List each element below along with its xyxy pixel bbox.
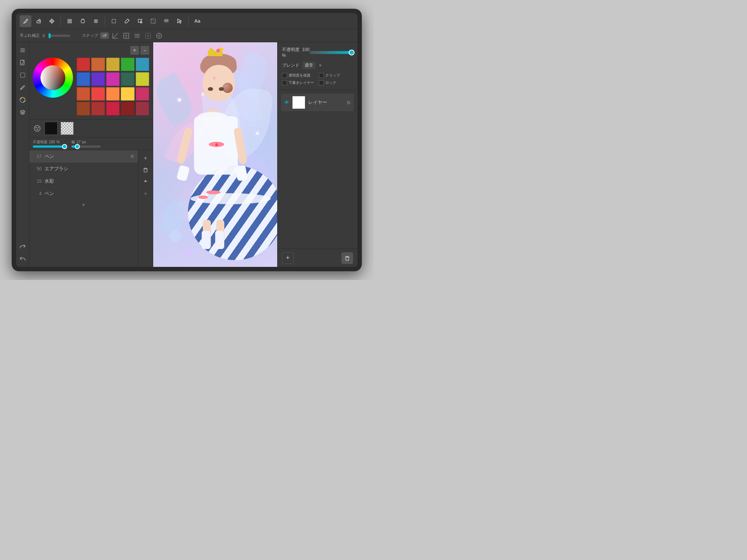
swatch-9[interactable] [136,72,149,86]
tool-bucket[interactable] [77,15,89,27]
tool-lasso[interactable] [147,15,159,27]
swatch-4[interactable] [136,58,149,71]
protect-alpha-checkbox[interactable] [282,73,287,78]
width-track[interactable] [71,145,101,148]
canvas-area[interactable] [153,42,277,267]
main-area: + − [16,42,357,267]
opacity-track[interactable] [33,145,66,148]
swatch-19[interactable] [136,102,149,115]
brush-item-3[interactable]: 4 ペン [29,187,138,200]
right-panel-bottom: + [278,249,357,267]
tool-selection[interactable] [108,15,120,27]
tool-fill[interactable] [64,15,76,27]
brush-width-label: 幅 [71,140,75,145]
swatch-1[interactable] [91,58,105,71]
sidebar-menu[interactable] [18,45,28,55]
swatch-0[interactable] [77,58,90,71]
sidebar-color[interactable] [18,95,28,105]
brush-gear-0[interactable]: ⚙ [130,154,134,159]
lock-row[interactable]: ロック [319,80,353,85]
right-panel-top: 不透明度 100 % ブレンド 通常 ▼ [278,42,357,90]
brush-opacity-label: 不透明度 [33,140,47,145]
swatch-11[interactable] [91,87,105,101]
brush-number-1: 50 [33,166,42,171]
layer-thumbnail [292,96,305,109]
snap-diagonal-icon[interactable] [111,31,120,40]
color-tools-row [29,120,153,137]
tool-eraser[interactable] [33,15,44,27]
opacity-slider-group: 不透明度 100 % [33,140,66,148]
layer-eye-icon[interactable]: 👁 [284,100,289,105]
tool-eyedropper[interactable] [121,15,133,27]
swatch-17[interactable] [106,102,120,115]
layer-name: レイヤー [308,99,344,106]
snap-cross-icon[interactable] [144,31,152,40]
brush-down-btn[interactable] [140,188,151,198]
svg-rect-8 [164,22,169,22]
swatch-3[interactable] [121,58,134,71]
layer-item-0[interactable]: 👁 レイヤー ⚙ [281,94,354,111]
tool-pen[interactable] [20,15,31,27]
delete-layer-button[interactable] [341,252,353,264]
tool-text[interactable]: Aa [191,15,203,27]
tool-cursor[interactable] [174,15,185,27]
snap-grid-icon[interactable] [122,31,131,40]
stabilizer-slider[interactable] [49,35,70,37]
brush-item-2[interactable]: 15 水彩 [29,175,138,187]
blend-mode-value[interactable]: 通常 [302,62,316,69]
swatch-16[interactable] [91,102,105,115]
brush-add-btn[interactable]: + [140,153,151,163]
layer-gear-icon[interactable]: ⚙ [347,100,351,105]
color-add-btn[interactable]: + [130,46,139,55]
tool-gray[interactable] [90,15,102,27]
brush-delete-btn[interactable] [140,165,151,175]
snap-toggle[interactable]: off [100,32,109,39]
swatch-6[interactable] [91,72,105,86]
add-layer-button[interactable]: + [282,252,294,264]
lock-checkbox[interactable] [319,80,324,85]
brush-up-btn[interactable] [140,176,151,187]
swatch-13[interactable] [121,87,134,101]
foreground-color[interactable] [44,122,58,135]
sidebar-brush[interactable] [18,82,28,93]
sidebar-select[interactable] [18,70,28,80]
swatch-15[interactable] [77,102,90,115]
clip-checkbox[interactable] [319,73,324,78]
tool-move[interactable] [46,15,58,27]
background-color[interactable] [61,122,74,135]
swatch-14[interactable] [136,87,149,101]
sketch-layer-row[interactable]: 下書きレイヤー [282,80,317,85]
swatch-7[interactable] [106,72,120,86]
swatch-2[interactable] [106,58,120,71]
snap-parallel-icon[interactable] [133,31,142,40]
svg-rect-20 [146,33,151,38]
scroll-hint: ▼ [29,200,138,210]
brush-item-0[interactable]: 17 ペン ⚙ [29,150,138,163]
swatch-8[interactable] [121,72,134,86]
swatch-10[interactable] [77,87,90,101]
swatch-12[interactable] [106,87,120,101]
sidebar-new[interactable] [18,58,28,68]
bow-skirt [206,190,220,194]
sidebar-layers[interactable] [18,107,28,117]
protect-alpha-row[interactable]: 透明度を保護 [282,73,317,78]
sketch-layer-checkbox[interactable] [282,80,287,85]
swatch-5[interactable] [77,72,90,86]
color-palette-icon[interactable] [33,124,42,133]
color-section: + − [29,42,153,120]
tool-transform[interactable] [134,15,146,27]
sv-square[interactable] [40,65,65,90]
layer-opacity-track[interactable] [310,51,353,54]
sidebar-undo[interactable] [18,254,28,264]
swatch-18[interactable] [121,102,134,115]
brush-item-1[interactable]: 50 エアブラシ [29,163,138,175]
sidebar-redo[interactable] [18,241,28,252]
clip-row[interactable]: クリップ [319,73,353,78]
color-wheel[interactable] [33,58,73,98]
snap-circle-icon[interactable] [155,31,163,40]
svg-point-38 [38,127,39,128]
color-delete-btn[interactable]: − [140,46,149,55]
color-wheel-inner[interactable] [40,65,65,90]
tool-layer-icon[interactable] [160,15,172,27]
scroll-down-arrow: ▼ [81,202,86,208]
